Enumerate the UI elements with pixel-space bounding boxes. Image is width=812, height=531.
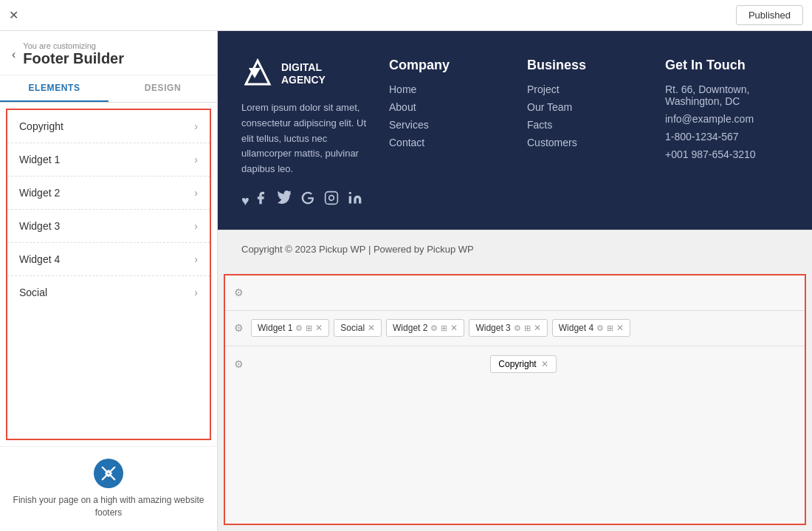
builder-row-2: ⚙ Widget 1 ⚙ ⊞ ✕ Social ✕ Widget 2 ⚙: [225, 311, 805, 346]
contact-phone1[interactable]: 1-800-1234-567: [665, 131, 788, 143]
sidebar-tabs: ELEMENTS DESIGN: [0, 75, 217, 103]
instagram-icon[interactable]: [324, 191, 339, 209]
row2-widgets: Widget 1 ⚙ ⊞ ✕ Social ✕ Widget 2 ⚙ ⊞ ✕: [251, 319, 796, 337]
sidebar-title: Footer Builder: [23, 50, 205, 67]
link-services[interactable]: Services: [389, 119, 512, 131]
element-social[interactable]: Social ›: [7, 276, 210, 309]
link-facts[interactable]: Facts: [527, 119, 650, 131]
element-copyright[interactable]: Copyright ›: [7, 110, 210, 143]
builder-area: ⚙ ⚙ Widget 1 ⚙ ⊞ ✕ Social ✕: [224, 274, 806, 525]
contact-col-title: Get In Touch: [665, 58, 788, 73]
published-button[interactable]: Published: [736, 5, 803, 25]
chip-social-close-icon[interactable]: ✕: [368, 323, 375, 333]
link-our-team[interactable]: Our Team: [527, 101, 650, 113]
link-project[interactable]: Project: [527, 83, 650, 95]
chip-widget2-label: Widget 2: [393, 323, 427, 333]
link-about[interactable]: About: [389, 101, 512, 113]
svg-point-5: [348, 192, 351, 194]
footer-inner: DIGITAL AGENCY Lorem ipsum dolor sit ame…: [241, 58, 788, 209]
content-area: DIGITAL AGENCY Lorem ipsum dolor sit ame…: [218, 31, 812, 531]
footer-preview: DIGITAL AGENCY Lorem ipsum dolor sit ame…: [218, 31, 812, 230]
sidebar-header: ‹ You are customizing Footer Builder: [0, 31, 217, 75]
company-col-title: Company: [389, 58, 512, 73]
chip-widget3-gear-icon[interactable]: ⚙: [514, 323, 521, 333]
chip-widget4-close-icon[interactable]: ✕: [616, 323, 624, 333]
chip-widget2-grid-icon[interactable]: ⊞: [441, 323, 447, 333]
element-widget1[interactable]: Widget 1 ›: [7, 143, 210, 177]
builder-row-1: ⚙: [225, 275, 805, 311]
chevron-right-icon: ›: [194, 287, 198, 298]
chevron-right-icon: ›: [194, 154, 198, 165]
social-icons-row: ♥: [241, 191, 374, 209]
company-col-links: Home About Services Contact: [389, 83, 512, 148]
promo-icon: [94, 459, 123, 488]
business-col-title: Business: [527, 58, 650, 73]
row3-widgets: Copyright ✕: [251, 355, 796, 373]
footer-col-contact: Get In Touch Rt. 66, Downtown, Washingto…: [665, 58, 788, 209]
facebook-icon[interactable]: ♥: [241, 191, 268, 209]
google-icon[interactable]: [300, 191, 315, 209]
twitter-icon[interactable]: [277, 191, 292, 209]
chip-widget2-close-icon[interactable]: ✕: [450, 323, 458, 333]
contact-address: Rt. 66, Downtown, Washington, DC: [665, 83, 788, 107]
main-layout: ‹ You are customizing Footer Builder ELE…: [0, 31, 812, 531]
chevron-right-icon: ›: [194, 220, 198, 232]
linkedin-icon[interactable]: [348, 191, 362, 209]
link-customers[interactable]: Customers: [527, 137, 650, 148]
row2-gear-icon[interactable]: ⚙: [234, 322, 244, 334]
svg-marker-0: [106, 471, 111, 476]
footer-col-business: Business Project Our Team Facts Customer…: [527, 58, 650, 209]
chip-widget1-gear-icon[interactable]: ⚙: [295, 323, 303, 333]
contact-phone2[interactable]: +001 987-654-3210: [665, 148, 788, 160]
brand-logo: DIGITAL AGENCY: [241, 58, 374, 90]
footer-col-company: Company Home About Services Contact: [389, 58, 512, 209]
close-button[interactable]: ✕: [9, 8, 18, 22]
business-col-links: Project Our Team Facts Customers: [527, 83, 650, 148]
chip-widget2: Widget 2 ⚙ ⊞ ✕: [386, 319, 464, 337]
chip-widget1-grid-icon[interactable]: ⊞: [306, 323, 312, 333]
chip-widget3-grid-icon[interactable]: ⊞: [524, 323, 531, 333]
chip-widget2-gear-icon[interactable]: ⚙: [430, 323, 438, 333]
copyright-text: Copyright © 2023 Pickup WP | Powered by …: [241, 244, 474, 255]
chip-widget3: Widget 3 ⚙ ⊞ ✕: [469, 319, 547, 337]
element-widget4[interactable]: Widget 4 ›: [7, 243, 210, 276]
sidebar-promo: Finish your page on a high with amazing …: [0, 446, 217, 531]
svg-rect-3: [325, 192, 337, 205]
chip-widget4: Widget 4 ⚙ ⊞ ✕: [552, 319, 630, 337]
chip-widget3-label: Widget 3: [475, 323, 510, 333]
chip-widget3-close-icon[interactable]: ✕: [534, 323, 541, 333]
chevron-right-icon: ›: [194, 120, 198, 132]
element-widget3[interactable]: Widget 3 ›: [7, 210, 210, 243]
chip-copyright-label: Copyright: [498, 359, 536, 369]
row3-gear-icon[interactable]: ⚙: [234, 358, 244, 370]
elements-list: Copyright › Widget 1 › Widget 2 › Widget…: [6, 109, 211, 440]
chip-widget1-label: Widget 1: [258, 323, 292, 333]
row1-gear-icon[interactable]: ⚙: [234, 287, 244, 298]
top-bar: ✕ Published: [0, 0, 812, 31]
footer-description: Lorem ipsum dolor sit amet, consectetur …: [241, 100, 374, 177]
chevron-right-icon: ›: [194, 187, 198, 199]
brand-name: DIGITAL AGENCY: [281, 61, 326, 86]
chip-social-label: Social: [340, 323, 365, 333]
chip-widget4-gear-icon[interactable]: ⚙: [596, 323, 604, 333]
sidebar-subtitle: You are customizing: [23, 41, 205, 50]
tab-design[interactable]: DESIGN: [109, 75, 217, 102]
footer-brand-col: DIGITAL AGENCY Lorem ipsum dolor sit ame…: [241, 58, 374, 209]
tab-elements[interactable]: ELEMENTS: [0, 75, 109, 102]
link-contact[interactable]: Contact: [389, 137, 512, 148]
back-button[interactable]: ‹: [12, 48, 16, 61]
chevron-right-icon: ›: [194, 253, 198, 265]
promo-text: Finish your page on a high with amazing …: [12, 494, 205, 519]
contact-col-links: Rt. 66, Downtown, Washington, DC info@ex…: [665, 83, 788, 160]
contact-email[interactable]: info@example.com: [665, 113, 788, 125]
chip-widget1-close-icon[interactable]: ✕: [315, 323, 323, 333]
chip-social: Social ✕: [334, 319, 382, 337]
chip-widget4-label: Widget 4: [559, 323, 593, 333]
link-home[interactable]: Home: [389, 83, 512, 95]
sidebar-title-area: You are customizing Footer Builder: [23, 41, 205, 67]
element-widget2[interactable]: Widget 2 ›: [7, 177, 210, 210]
chip-widget4-grid-icon[interactable]: ⊞: [607, 323, 613, 333]
footer-copyright-bar: Copyright © 2023 Pickup WP | Powered by …: [218, 230, 812, 268]
chip-copyright: Copyright ✕: [490, 355, 556, 373]
chip-copyright-close-icon[interactable]: ✕: [541, 359, 548, 369]
